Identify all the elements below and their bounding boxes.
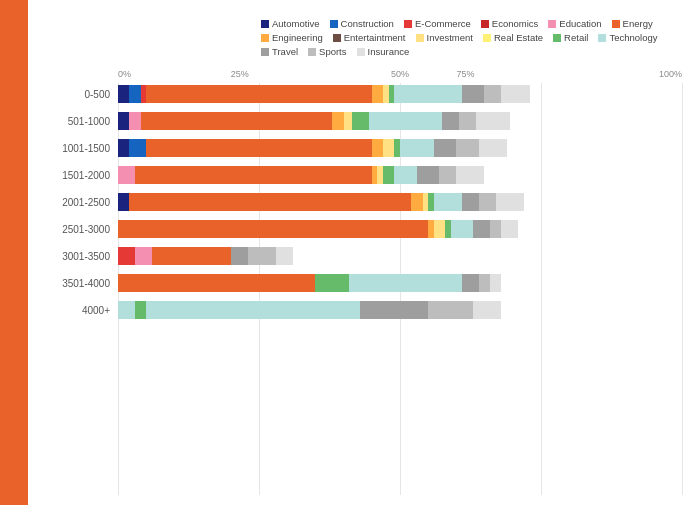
bar-row: 1501-2000 [46, 164, 682, 186]
bar-segment [451, 220, 474, 238]
bar-label: 1001-1500 [46, 143, 118, 154]
bar-segment [439, 166, 456, 184]
bar-segment [442, 112, 459, 130]
bar-label: 501-1000 [46, 116, 118, 127]
bar-row: 2501-3000 [46, 218, 682, 240]
legend-color [598, 34, 606, 42]
bar-segment [118, 274, 315, 292]
chart-area: 0%25%50%75%100% 0-500501-10001001-150015… [46, 69, 682, 495]
legend-color [261, 20, 269, 28]
legend-color [416, 34, 424, 42]
legend-color [308, 48, 316, 56]
bar-segment [459, 112, 476, 130]
bar-label: 4000+ [46, 305, 118, 316]
legend-color [357, 48, 365, 56]
bar-track [118, 301, 682, 319]
legend-item: Entertaintment [333, 32, 406, 43]
bar-segment [417, 166, 440, 184]
bar-segment [473, 220, 490, 238]
bar-track [118, 112, 682, 130]
axis-label: 100% [569, 69, 682, 79]
bar-segment [462, 85, 485, 103]
bar-segment [400, 139, 434, 157]
legend-color [261, 48, 269, 56]
legend-color [553, 34, 561, 42]
legend-label: Energy [623, 18, 653, 29]
bar-segment [394, 166, 417, 184]
bar-label: 3001-3500 [46, 251, 118, 262]
legend-color [548, 20, 556, 28]
legend-item: Real Estate [483, 32, 543, 43]
legend-label: Education [559, 18, 601, 29]
bar-segment [118, 301, 135, 319]
legend-color [330, 20, 338, 28]
legend-label: Engineering [272, 32, 323, 43]
legend-item: Sports [308, 46, 346, 57]
legend-label: Entertaintment [344, 32, 406, 43]
legend-item: Technology [598, 32, 657, 43]
bar-segment [383, 166, 394, 184]
bar-row: 3501-4000 [46, 272, 682, 294]
bar-segment [352, 112, 369, 130]
bar-segment [118, 220, 428, 238]
bar-label: 1501-2000 [46, 170, 118, 181]
bar-track [118, 166, 682, 184]
bar-segment [129, 193, 411, 211]
legend-label: Economics [492, 18, 538, 29]
bar-track [118, 85, 682, 103]
legend-color [333, 34, 341, 42]
bar-track [118, 193, 682, 211]
bar-segment [369, 112, 442, 130]
bar-segment [428, 301, 473, 319]
bar-segment [476, 112, 510, 130]
bar-segment [315, 274, 349, 292]
bar-row: 0-500 [46, 83, 682, 105]
bar-label: 3501-4000 [46, 278, 118, 289]
bar-segment [129, 85, 140, 103]
legend-label: Retail [564, 32, 588, 43]
bar-label: 0-500 [46, 89, 118, 100]
bar-segment [152, 247, 231, 265]
bar-segment [501, 220, 518, 238]
bars-container: 0-500501-10001001-15001501-20002001-2500… [46, 83, 682, 495]
bar-segment [456, 139, 479, 157]
top-section: Automotive Construction E-Commerce Econo… [46, 18, 682, 57]
bar-row: 2001-2500 [46, 191, 682, 213]
bar-segment [118, 112, 129, 130]
main-content: Automotive Construction E-Commerce Econo… [28, 0, 700, 505]
bar-row: 1001-1500 [46, 137, 682, 159]
bar-segment [484, 85, 501, 103]
bar-segment [141, 112, 333, 130]
sidebar [0, 0, 28, 505]
bar-segment [372, 139, 383, 157]
legend-item: Education [548, 18, 601, 29]
legend-label: E-Commerce [415, 18, 471, 29]
bar-segment [118, 85, 129, 103]
legend-item: Insurance [357, 46, 410, 57]
bar-segment [496, 193, 524, 211]
legend-color [483, 34, 491, 42]
bar-segment [231, 247, 248, 265]
axis-label: 25% [231, 69, 344, 79]
legend-label: Real Estate [494, 32, 543, 43]
legend-item: E-Commerce [404, 18, 471, 29]
bar-row: 501-1000 [46, 110, 682, 132]
bar-segment [135, 301, 146, 319]
bar-segment [248, 247, 276, 265]
legend-item: Energy [612, 18, 653, 29]
bar-segment [360, 301, 428, 319]
bar-segment [146, 301, 360, 319]
bar-track [118, 220, 682, 238]
axis-label: 75% [456, 69, 569, 79]
bar-label: 2001-2500 [46, 197, 118, 208]
bar-segment [135, 247, 152, 265]
legend-label: Technology [609, 32, 657, 43]
legend-color [404, 20, 412, 28]
bar-segment [479, 139, 507, 157]
bar-segment [146, 85, 372, 103]
legend-color [261, 34, 269, 42]
legend-label: Insurance [368, 46, 410, 57]
bar-segment [118, 139, 129, 157]
legend-item: Retail [553, 32, 588, 43]
bar-segment [462, 274, 479, 292]
